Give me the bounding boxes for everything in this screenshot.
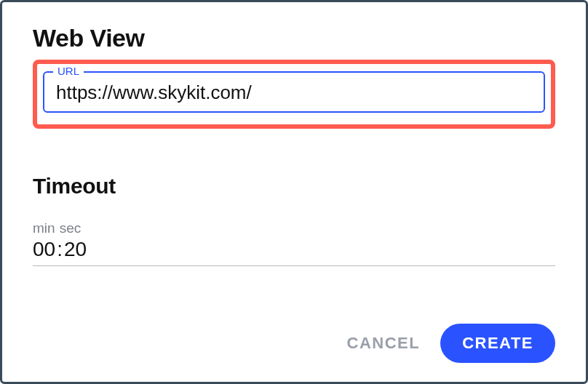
timeout-value[interactable]: 00 : 20 (33, 238, 555, 266)
url-highlight-box: URL (33, 60, 555, 129)
url-input[interactable] (56, 81, 532, 104)
timeout-field[interactable]: min sec 00 : 20 (33, 220, 555, 266)
cancel-button[interactable]: CANCEL (343, 327, 425, 360)
dialog-actions: CANCEL CREATE (33, 324, 555, 363)
url-field-wrap[interactable]: URL (43, 71, 545, 113)
url-field-label: URL (53, 65, 84, 77)
timeout-sec-label: sec (60, 220, 82, 236)
timeout-colon: : (57, 238, 63, 261)
timeout-minutes: 00 (33, 238, 55, 261)
create-button[interactable]: CREATE (440, 324, 555, 363)
web-view-dialog: Web View URL Timeout min sec 00 : 20 CAN… (0, 0, 588, 384)
timeout-title: Timeout (33, 174, 555, 199)
timeout-min-label: min (33, 220, 55, 236)
timeout-labels: min sec (33, 220, 555, 236)
dialog-title: Web View (33, 24, 555, 52)
timeout-seconds: 20 (64, 238, 87, 261)
